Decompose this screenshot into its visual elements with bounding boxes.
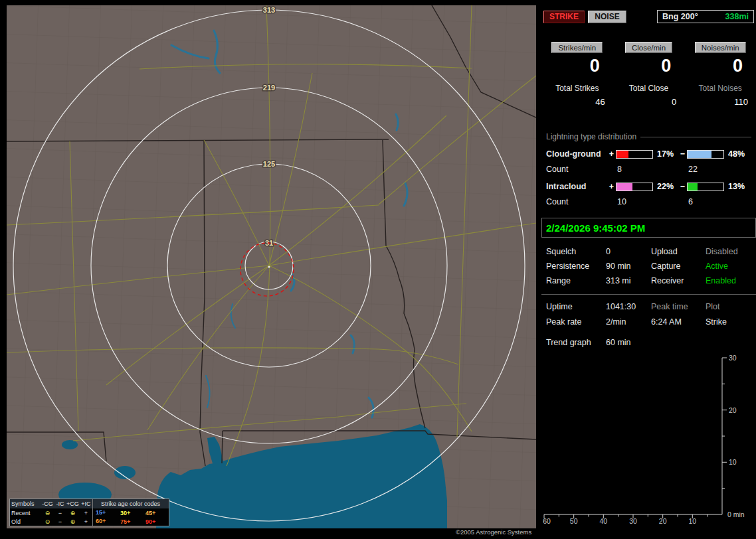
- map-canvas: 313 219 125 31: [7, 5, 536, 528]
- total-close-label: Total Close: [613, 84, 685, 93]
- neg-cg-symbol-icon: ⊖: [41, 518, 54, 525]
- ic-minus-bar: [687, 183, 724, 191]
- legend-age-title: Strike age color codes: [92, 499, 168, 508]
- ic-plus-bar-fill: [616, 183, 632, 191]
- persistence-value: 90 min: [606, 262, 651, 271]
- age-code: 15+: [92, 508, 118, 517]
- squelch-value: 0: [606, 247, 651, 256]
- ring-label: 219: [263, 84, 275, 92]
- peak-time-value: 6:24 AM: [651, 317, 706, 327]
- total-close-value: 0: [613, 97, 685, 107]
- capture-label: Capture: [651, 262, 706, 271]
- total-strikes-label: Total Strikes: [541, 84, 613, 93]
- strikes-per-min-button[interactable]: Strikes/min: [551, 42, 603, 53]
- noise-mode-button[interactable]: NOISE: [588, 11, 626, 23]
- neg-ic-symbol-icon: −: [54, 510, 66, 516]
- x-axis-label: 10: [688, 517, 696, 525]
- strike-mode-button[interactable]: STRIKE: [543, 11, 585, 23]
- ring-label: 125: [263, 160, 275, 168]
- datetime-value: 2/24/2026 9:45:02 PM: [546, 222, 645, 234]
- cg-count-label: Count: [546, 165, 607, 174]
- x-axis-label: 60: [543, 517, 551, 525]
- legend-col-neg-cg: -CG: [41, 501, 54, 507]
- copyright-text: ©2005 Astrogenic Systems: [456, 528, 531, 536]
- cloud-ground-count-row: Count 8 22: [541, 165, 756, 174]
- plot-value: Strike: [706, 317, 751, 327]
- capture-status: Active: [706, 262, 751, 271]
- lake: [62, 440, 78, 449]
- map-legend: Symbols -CG -IC +CG +IC Strike age color…: [9, 499, 169, 526]
- pos-ic-symbol-icon: +: [80, 510, 92, 516]
- persistence-label: Persistence: [546, 262, 606, 271]
- totals-labels-row: Total Strikes Total Close Total Noises: [541, 84, 756, 93]
- plot-label: Plot: [706, 302, 751, 311]
- x-axis-label: 40: [599, 517, 607, 525]
- status-panel: STRIKE NOISE Bng 200° 338mi Strikes/min …: [541, 0, 756, 539]
- ic-minus-count: 6: [687, 197, 725, 206]
- x-axis-label: 20: [659, 517, 667, 525]
- uptime-value: 1041:30: [606, 302, 651, 311]
- trend-graph-label: Trend graph: [546, 338, 606, 347]
- distribution-section: Lightning type distribution: [541, 132, 756, 141]
- range-value: 313 mi: [606, 276, 651, 285]
- bearing-display: Bng 200° 338mi: [657, 10, 754, 23]
- legend-old-label: Old: [11, 518, 41, 525]
- bearing-label: Bng 200°: [662, 12, 698, 21]
- x-axis-label: 30: [629, 517, 637, 525]
- receiver-status: Enabled: [706, 276, 751, 285]
- cg-plus-count: 8: [616, 165, 654, 174]
- age-code: 75+: [118, 518, 143, 525]
- receiver-marker: [268, 266, 270, 268]
- rate-values-row: 0 0 0: [541, 56, 756, 76]
- cg-minus-bar-fill: [688, 151, 711, 158]
- plus-sign: +: [607, 182, 616, 191]
- intracloud-row: Intracloud + 22% − 13%: [541, 182, 756, 191]
- range-label: Range: [546, 276, 606, 285]
- pos-ic-symbol-icon: +: [80, 518, 92, 525]
- cg-plus-bar-fill: [616, 151, 628, 158]
- noises-per-min-button[interactable]: Noises/min: [695, 42, 746, 53]
- upload-label: Upload: [651, 247, 706, 256]
- age-code: 45+: [143, 510, 168, 516]
- pos-cg-symbol-icon: ⊕: [66, 510, 80, 516]
- total-noises-label: Total Noises: [684, 84, 756, 93]
- upload-status: Disabled: [706, 247, 751, 256]
- ic-plus-percent: 22%: [654, 182, 678, 191]
- legend-col-neg-ic: -IC: [54, 501, 66, 507]
- mode-row: STRIKE NOISE Bng 200° 338mi: [543, 10, 754, 23]
- ic-minus-percent: 13%: [725, 182, 751, 191]
- minus-sign: −: [678, 149, 687, 159]
- close-per-min-button[interactable]: Close/min: [625, 42, 672, 53]
- total-strikes-value: 46: [541, 97, 613, 107]
- totals-values-row: 46 0 110: [541, 97, 756, 107]
- uptime-label: Uptime: [546, 302, 606, 311]
- chart-ticks: [544, 358, 727, 518]
- trend-chart: 30 20 10 0 min 60 50 40 30 20 10: [541, 351, 756, 533]
- legend-recent-row: Recent ⊖ − ⊕ + 15+ 30+ 45+: [10, 508, 169, 517]
- distribution-title: Lightning type distribution: [546, 132, 636, 141]
- y-axis-label: 30: [729, 354, 737, 362]
- bearing-range-value: 338mi: [725, 12, 749, 21]
- y-axis-label: 20: [729, 406, 737, 414]
- squelch-label: Squelch: [546, 247, 606, 256]
- chart-axes: [544, 358, 722, 514]
- cg-minus-bar: [687, 150, 724, 159]
- neg-ic-symbol-icon: −: [54, 518, 66, 525]
- stats-grid: Uptime 1041:30 Peak time Plot Peak rate …: [541, 302, 756, 327]
- datetime-display: 2/24/2026 9:45:02 PM: [541, 218, 756, 238]
- settings-grid: Squelch 0 Upload Disabled Persistence 90…: [541, 247, 756, 285]
- intracloud-count-row: Count 10 6: [541, 197, 756, 206]
- age-code: 60+: [92, 517, 118, 526]
- lightning-map[interactable]: 313 219 125 31 Symbols -CG -IC +CG +IC S…: [7, 5, 536, 528]
- section-divider: [541, 294, 756, 295]
- origin-label: 0 min: [727, 510, 745, 518]
- peak-rate-label: Peak rate: [546, 317, 606, 327]
- age-code: 90+: [143, 518, 168, 525]
- legend-recent-label: Recent: [11, 510, 41, 516]
- cloud-ground-label: Cloud-ground: [546, 149, 607, 159]
- pos-cg-symbol-icon: ⊕: [66, 518, 80, 525]
- x-axis-label: 50: [570, 517, 578, 525]
- plus-sign: +: [607, 149, 616, 159]
- peak-time-label: Peak time: [651, 302, 706, 311]
- trend-window-value: 60 min: [606, 338, 751, 347]
